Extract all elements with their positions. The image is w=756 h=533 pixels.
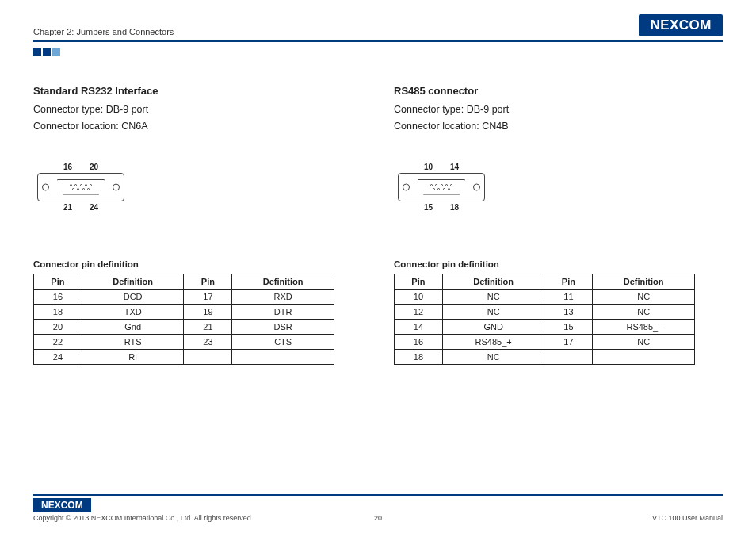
table-header-row: Pin Definition Pin Definition (34, 274, 334, 289)
left-table-title: Connector pin definition (33, 259, 362, 269)
cell-def: CTS (232, 334, 334, 349)
cell-pin: 24 (34, 349, 82, 364)
right-section-title: RS485 connector (394, 85, 723, 97)
decorative-squares (33, 48, 723, 56)
cell-def: RXD (232, 289, 334, 304)
right-connector-type: Connector type: DB-9 port (394, 102, 723, 118)
diag-pin-tr: 14 (450, 163, 459, 171)
cell-pin (544, 349, 593, 364)
right-column: RS485 connector Connector type: DB-9 por… (394, 85, 723, 365)
diag-pin-bl: 21 (63, 203, 72, 212)
cell-def: DSR (232, 319, 334, 334)
cell-pin: 19 (184, 304, 232, 319)
cell-def: NC (593, 289, 695, 304)
th-pin: Pin (184, 274, 232, 289)
table-row: 24 RI (34, 349, 334, 364)
cell-pin: 11 (544, 289, 593, 304)
screw-icon (403, 183, 410, 190)
right-table-title: Connector pin definition (394, 259, 723, 269)
th-def: Definition (442, 274, 544, 289)
cell-def (593, 349, 695, 364)
content-columns: Standard RS232 Interface Connector type:… (33, 85, 723, 365)
table-row: 18 TXD 19 DTR (34, 304, 334, 319)
right-connector-loc: Connector location: CN4B (394, 118, 723, 135)
cell-def: DCD (82, 289, 184, 304)
th-def: Definition (593, 274, 695, 289)
page-number: 20 (374, 514, 382, 522)
footer-logo: NEXCOM (33, 498, 91, 512)
diag-pin-tl: 16 (63, 163, 72, 171)
table-row: 20 Gnd 21 DSR (34, 319, 334, 334)
cell-pin: 16 (34, 289, 82, 304)
footer-left: NEXCOM Copyright © 2013 NEXCOM Internati… (33, 498, 251, 522)
cell-def: NC (593, 334, 695, 349)
cell-def: NC (442, 349, 544, 364)
cell-pin (184, 349, 232, 364)
cell-pin: 20 (34, 319, 82, 334)
diag-pin-tl: 10 (424, 163, 433, 171)
table-row: 16 DCD 17 RXD (34, 289, 334, 304)
table-header-row: Pin Definition Pin Definition (395, 274, 695, 289)
right-pin-table: Pin Definition Pin Definition 10 NC 11 N… (394, 274, 695, 365)
table-row: 16 RS485_+ 17 NC (395, 334, 695, 349)
db9-port-icon (57, 179, 105, 195)
th-pin: Pin (544, 274, 593, 289)
table-row: 10 NC 11 NC (395, 289, 695, 304)
copyright-text: Copyright © 2013 NEXCOM International Co… (33, 514, 251, 522)
page-footer: NEXCOM Copyright © 2013 NEXCOM Internati… (33, 494, 723, 522)
right-db9-diagram: 10 14 15 18 (394, 163, 489, 212)
db9-port-icon (418, 179, 465, 195)
cell-pin: 16 (395, 334, 443, 349)
th-pin: Pin (34, 274, 82, 289)
cell-pin: 10 (395, 289, 443, 304)
diag-pin-br: 18 (450, 203, 459, 212)
cell-pin: 23 (184, 334, 232, 349)
left-section-title: Standard RS232 Interface (33, 85, 362, 97)
cell-pin: 22 (34, 334, 82, 349)
cell-def: RS485_+ (442, 334, 544, 349)
cell-def: NC (593, 304, 695, 319)
cell-pin: 12 (395, 304, 443, 319)
screw-icon (473, 183, 480, 190)
table-row: 12 NC 13 NC (395, 304, 695, 319)
cell-def: Gnd (82, 319, 184, 334)
cell-pin: 17 (184, 289, 232, 304)
chapter-title: Chapter 2: Jumpers and Connectors (33, 27, 174, 36)
th-def: Definition (232, 274, 334, 289)
cell-pin: 15 (544, 319, 593, 334)
cell-def: NC (442, 289, 544, 304)
cell-def: RS485_- (593, 319, 695, 334)
cell-def: DTR (232, 304, 334, 319)
screw-icon (42, 183, 49, 190)
left-connector-loc: Connector location: CN6A (33, 118, 362, 135)
table-row: 18 NC (395, 349, 695, 364)
left-column: Standard RS232 Interface Connector type:… (33, 85, 362, 365)
cell-def (232, 349, 334, 364)
screw-icon (113, 183, 120, 190)
left-db9-diagram: 16 20 21 24 (33, 163, 128, 212)
th-def: Definition (82, 274, 184, 289)
table-row: 22 RTS 23 CTS (34, 334, 334, 349)
table-row: 14 GND 15 RS485_- (395, 319, 695, 334)
cell-def: GND (442, 319, 544, 334)
cell-pin: 17 (544, 334, 593, 349)
nexcom-logo: NEXCOM (639, 14, 723, 36)
cell-def: RTS (82, 334, 184, 349)
cell-def: TXD (82, 304, 184, 319)
logo-text: NEXCOM (650, 17, 712, 33)
cell-pin: 13 (544, 304, 593, 319)
left-connector-type: Connector type: DB-9 port (33, 102, 362, 118)
page-header: Chapter 2: Jumpers and Connectors NEXCOM (33, 14, 723, 42)
manual-name: VTC 100 User Manual (652, 514, 723, 522)
cell-def: RI (82, 349, 184, 364)
diag-pin-tr: 20 (90, 163, 98, 171)
cell-pin: 14 (395, 319, 443, 334)
diag-pin-bl: 15 (424, 203, 433, 212)
th-pin: Pin (395, 274, 443, 289)
cell-pin: 18 (395, 349, 443, 364)
cell-def: NC (442, 304, 544, 319)
cell-pin: 21 (184, 319, 232, 334)
cell-pin: 18 (34, 304, 82, 319)
left-pin-table: Pin Definition Pin Definition 16 DCD 17 … (33, 274, 334, 365)
diag-pin-br: 24 (90, 203, 98, 212)
